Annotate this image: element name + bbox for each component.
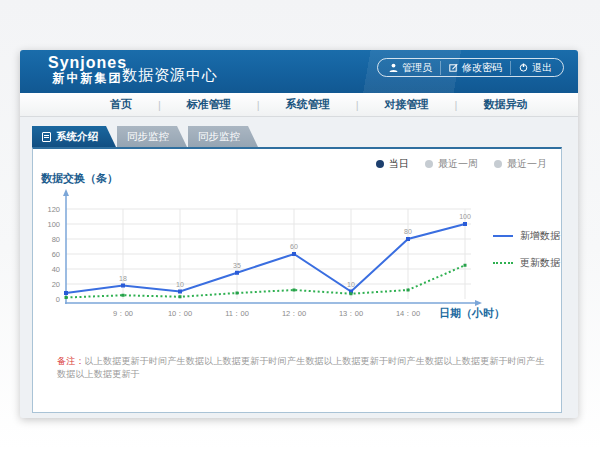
radio-dot-icon — [494, 160, 502, 168]
data-point-marker — [406, 237, 410, 241]
page-title: 数据资源中心 — [122, 66, 218, 85]
data-point-marker — [463, 222, 467, 226]
data-point-marker — [121, 284, 125, 288]
footnote: 备注：以上数据更新于时间产生数据以上数据更新于时间产生数据以上数据更新于时间产生… — [57, 355, 553, 381]
time-filter-label: 最近一周 — [438, 157, 478, 171]
data-point-marker — [293, 289, 296, 292]
x-tick-label: 9：00 — [113, 309, 133, 318]
nav-item[interactable]: 标准管理 — [161, 97, 257, 112]
data-point-label: 100 — [459, 213, 471, 220]
legend-item-新增数据[interactable]: 新增数据 — [493, 229, 560, 243]
tab-label: 同步监控 — [127, 130, 169, 144]
footnote-text: 以上数据更新于时间产生数据以上数据更新于时间产生数据以上数据更新于时间产生数据以… — [57, 356, 545, 379]
data-point-label: 80 — [404, 228, 412, 235]
radio-dot-icon — [425, 160, 433, 168]
user-action-退出[interactable]: 退出 — [510, 61, 552, 75]
data-point-label: 18 — [119, 275, 127, 282]
data-point-marker — [407, 289, 410, 292]
nav-item[interactable]: 系统管理 — [260, 97, 356, 112]
user-action-修改密码[interactable]: 修改密码 — [440, 61, 502, 75]
data-point-marker — [178, 290, 182, 294]
time-filter-当日[interactable]: 当日 — [376, 157, 409, 171]
doc-icon — [42, 132, 51, 142]
power-icon — [519, 63, 528, 72]
data-point-marker — [236, 292, 239, 295]
y-axis-arrow-icon — [63, 189, 69, 196]
y-tick-label: 80 — [52, 235, 60, 244]
time-filter-label: 最近一月 — [507, 157, 547, 171]
user-toolbar: 管理员修改密码退出 — [377, 58, 564, 77]
edit-icon — [449, 63, 458, 72]
time-filter-group: 当日最近一周最近一月 — [376, 157, 547, 171]
data-point-marker — [292, 252, 296, 256]
y-tick-label: 60 — [52, 250, 60, 259]
app-header: Synjones 新中新集团 数据资源中心 管理员修改密码退出 — [20, 50, 578, 93]
data-point-label: 10 — [176, 281, 184, 288]
data-point-label: 35 — [233, 262, 241, 269]
data-point-marker — [65, 296, 68, 299]
x-tick-label: 10：00 — [168, 309, 192, 318]
x-tick-label: 14：00 — [396, 309, 420, 318]
time-filter-label: 当日 — [389, 157, 409, 171]
y-tick-label: 100 — [47, 220, 60, 229]
nav-item[interactable]: 首页 — [84, 97, 158, 112]
x-axis-title: 日期（小时） — [439, 306, 505, 321]
app-window: Synjones 新中新集团 数据资源中心 管理员修改密码退出 首页|标准管理|… — [20, 50, 578, 418]
tab-label: 同步监控 — [198, 130, 240, 144]
brand-logo-cn: 新中新集团 — [48, 72, 127, 85]
tab-label: 系统介绍 — [56, 130, 98, 144]
legend-line-sample — [493, 262, 513, 264]
tab-系统介绍[interactable]: 系统介绍 — [32, 126, 116, 147]
footnote-prefix: 备注： — [57, 356, 85, 366]
tab-同步监控[interactable]: 同步监控 — [117, 126, 187, 147]
legend-label: 更新数据 — [520, 256, 560, 270]
y-tick-label: 40 — [52, 265, 60, 274]
legend-label: 新增数据 — [520, 229, 560, 243]
brand-logo-en: Synjones — [48, 54, 127, 72]
data-point-label: 60 — [290, 243, 298, 250]
y-axis-title: 数据交换（条） — [41, 171, 118, 186]
brand-logo: Synjones 新中新集团 — [48, 54, 127, 85]
y-tick-label: 120 — [47, 205, 60, 214]
y-tick-label: 0 — [56, 295, 60, 304]
x-tick-label: 13：00 — [339, 309, 363, 318]
content-card: 当日最近一周最近一月 数据交换（条） 0204060801001209：0010… — [32, 147, 562, 413]
user-action-label: 退出 — [532, 61, 552, 75]
radio-dot-icon — [376, 160, 384, 168]
data-point-marker — [350, 292, 353, 295]
user-action-label: 修改密码 — [462, 61, 502, 75]
main-nav: 首页|标准管理|系统管理|对接管理|数据异动 — [20, 93, 578, 117]
y-tick-label: 20 — [52, 280, 60, 289]
data-point-marker — [235, 271, 239, 275]
legend-line-sample — [493, 235, 513, 237]
user-action-label: 管理员 — [402, 61, 432, 75]
data-point-marker — [122, 294, 125, 297]
x-tick-label: 11：00 — [225, 309, 249, 318]
user-icon — [389, 63, 398, 72]
nav-item[interactable]: 数据异动 — [457, 97, 553, 112]
tab-同步监控[interactable]: 同步监控 — [188, 126, 258, 147]
chart-legend: 新增数据更新数据 — [493, 229, 560, 283]
time-filter-最近一月[interactable]: 最近一月 — [494, 157, 547, 171]
data-point-marker — [464, 264, 467, 267]
data-point-marker — [64, 291, 68, 295]
nav-item[interactable]: 对接管理 — [359, 97, 455, 112]
tab-bar: 系统介绍同步监控同步监控 — [32, 126, 259, 147]
data-point-marker — [179, 295, 182, 298]
legend-item-更新数据[interactable]: 更新数据 — [493, 256, 560, 270]
user-action-管理员[interactable]: 管理员 — [389, 61, 432, 75]
time-filter-最近一周[interactable]: 最近一周 — [425, 157, 478, 171]
x-tick-label: 12：00 — [282, 309, 306, 318]
data-point-label: 10 — [347, 281, 355, 288]
